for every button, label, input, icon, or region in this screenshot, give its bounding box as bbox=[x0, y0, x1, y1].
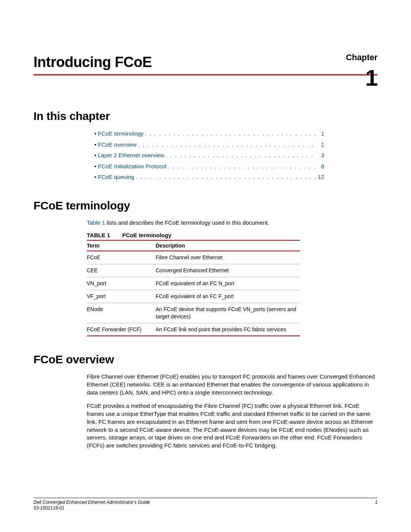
cell-desc: An FCoE device that supports FCoE VN_por… bbox=[156, 303, 300, 323]
toc-item: • FCoE queuing . . . . . . . . . . . . .… bbox=[94, 173, 324, 182]
toc-leader: . . . . . . . . . . . . . . . . . . . . … bbox=[166, 162, 316, 171]
cell-term: CEE bbox=[87, 264, 156, 277]
toc-label[interactable]: FCoE overview bbox=[98, 141, 137, 149]
table-row: VF_port FCoE equivalent of an FC F_port bbox=[87, 290, 300, 303]
toc-leader: . . . . . . . . . . . . . . . . . . . . … bbox=[164, 151, 316, 160]
toc-item: • FCoE Initialization Protocol . . . . .… bbox=[94, 162, 324, 171]
toc-label[interactable]: FCoE queuing bbox=[98, 173, 134, 182]
cell-term: FCoE bbox=[87, 251, 156, 264]
cell-desc: Fibre Channel over Ethernet bbox=[156, 251, 300, 264]
toc-page[interactable]: 12 bbox=[316, 173, 324, 182]
chapter-label: Chapter bbox=[346, 53, 378, 62]
chapter-number: 1 bbox=[365, 65, 378, 91]
terminology-table: Term Description FCoE Fibre Channel over… bbox=[87, 240, 300, 336]
terminology-intro: Table 1 lists and describes the FCoE ter… bbox=[87, 219, 378, 227]
footer-doc-id: 53-1002116-01 bbox=[33, 505, 150, 511]
table-row: CEE Converged Enhanced Ethernet bbox=[87, 264, 300, 277]
cell-term: VN_port bbox=[87, 277, 156, 290]
footer-left: Dell Converged Enhanced Ethernet Adminis… bbox=[33, 500, 150, 511]
section-fcoe-overview: FCoE overview bbox=[33, 353, 378, 366]
page-footer: Dell Converged Enhanced Ethernet Adminis… bbox=[33, 498, 378, 511]
table-row: ENode An FCoE device that supports FCoE … bbox=[87, 303, 300, 323]
toc-leader: . . . . . . . . . . . . . . . . . . . . … bbox=[134, 173, 316, 182]
toc-item: • FCoE overview . . . . . . . . . . . . … bbox=[94, 141, 324, 149]
toc-page[interactable]: 1 bbox=[316, 129, 324, 138]
cell-term: VF_port bbox=[87, 290, 156, 303]
chapter-header: Chapter 1 Introducing FCoE bbox=[33, 54, 378, 75]
bullet-icon: • bbox=[94, 173, 96, 182]
toc-page[interactable]: 3 bbox=[316, 151, 324, 160]
terminology-intro-rest: lists and describes the FCoE terminology… bbox=[105, 219, 269, 226]
overview-para-1: Fibre Channel over Ethernet (FCoE) enabl… bbox=[87, 373, 378, 396]
table-ref-link[interactable]: Table 1 bbox=[87, 219, 105, 226]
toc-label[interactable]: Layer 2 Ethernet overview bbox=[98, 151, 164, 160]
section-in-this-chapter: In this chapter bbox=[33, 110, 378, 123]
bullet-icon: • bbox=[94, 162, 96, 171]
toc-label[interactable]: FCoE terminology bbox=[98, 129, 143, 138]
table-caption: TABLE 1 FCoE terminology bbox=[87, 232, 300, 238]
table-row: FCoE Forwarder (FCF) An FCoE link end po… bbox=[87, 323, 300, 336]
bullet-icon: • bbox=[94, 141, 96, 149]
toc-item: • Layer 2 Ethernet overview . . . . . . … bbox=[94, 151, 324, 160]
overview-para-2: FCoE provides a method of encapsulating … bbox=[87, 402, 378, 449]
toc-leader: . . . . . . . . . . . . . . . . . . . . … bbox=[137, 141, 316, 149]
cell-desc: An FCoE link end point that provides FC … bbox=[156, 323, 300, 336]
toc-label[interactable]: FCoE Initialization Protocol bbox=[98, 162, 166, 171]
bullet-icon: • bbox=[94, 151, 96, 160]
bullet-icon: • bbox=[94, 129, 96, 138]
terminology-table-block: TABLE 1 FCoE terminology Term Descriptio… bbox=[87, 232, 300, 336]
cell-desc: FCoE equivalent of an FC F_port bbox=[156, 290, 300, 303]
footer-page-number: 1 bbox=[375, 500, 378, 511]
table-header-row: Term Description bbox=[87, 240, 300, 251]
cell-term: FCoE Forwarder (FCF) bbox=[87, 323, 156, 336]
table-row: VN_port FCoE equivalent of an FC N_port bbox=[87, 277, 300, 290]
cell-desc: Converged Enhanced Ethernet bbox=[156, 264, 300, 277]
cell-term: ENode bbox=[87, 303, 156, 323]
toc: • FCoE terminology . . . . . . . . . . .… bbox=[94, 129, 324, 182]
table-row: FCoE Fibre Channel over Ethernet bbox=[87, 251, 300, 264]
cell-desc: FCoE equivalent of an FC N_port bbox=[156, 277, 300, 290]
col-term: Term bbox=[87, 240, 156, 251]
toc-page[interactable]: 8 bbox=[316, 162, 324, 171]
footer-doc-title: Dell Converged Enhanced Ethernet Adminis… bbox=[33, 500, 150, 506]
toc-item: • FCoE terminology . . . . . . . . . . .… bbox=[94, 129, 324, 138]
table-number: TABLE 1 bbox=[87, 232, 110, 238]
toc-page[interactable]: 1 bbox=[316, 141, 324, 149]
chapter-title: Introducing FCoE bbox=[33, 54, 378, 74]
page: Chapter 1 Introducing FCoE In this chapt… bbox=[0, 0, 411, 532]
toc-leader: . . . . . . . . . . . . . . . . . . . . … bbox=[143, 129, 316, 138]
col-description: Description bbox=[156, 240, 300, 251]
table-title: FCoE terminology bbox=[122, 232, 171, 238]
header-rule bbox=[33, 74, 378, 75]
section-fcoe-terminology: FCoE terminology bbox=[33, 199, 378, 212]
